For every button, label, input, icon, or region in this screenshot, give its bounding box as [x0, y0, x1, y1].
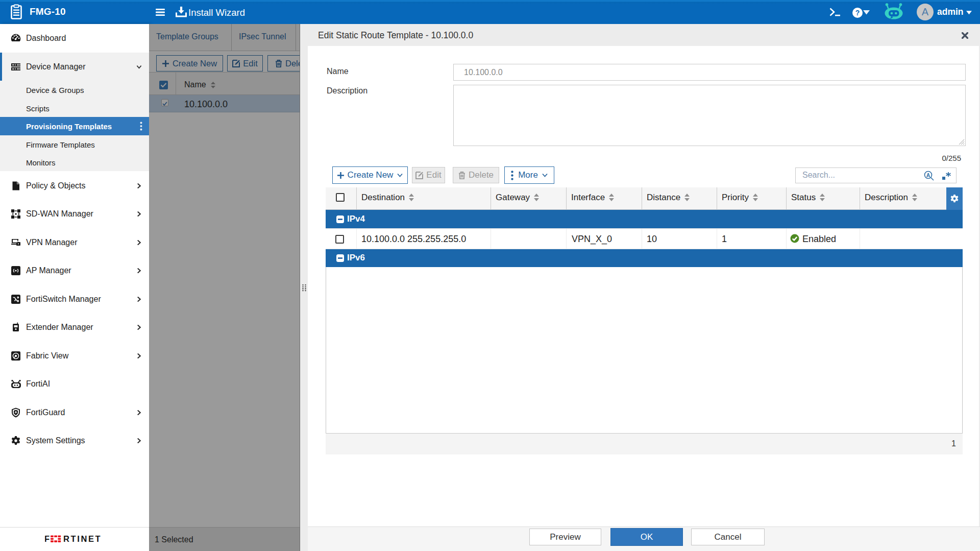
svg-text:F: F — [45, 535, 50, 543]
svg-text:?: ? — [855, 9, 860, 17]
svg-text:RTINET: RTINET — [63, 535, 102, 543]
svg-text:A: A — [926, 172, 930, 178]
